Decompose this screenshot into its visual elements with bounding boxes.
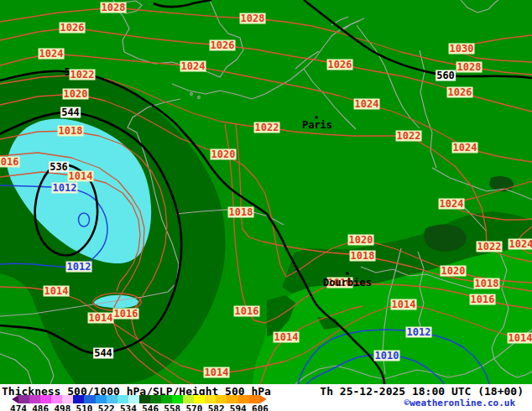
scale-cell bbox=[12, 395, 18, 403]
thickness-cold-patch bbox=[424, 225, 466, 252]
scale-cell bbox=[40, 395, 51, 403]
pressure-label-low: 1012 bbox=[52, 183, 78, 194]
pressure-label-low: 1012 bbox=[66, 262, 92, 273]
pressure-label: 1014 bbox=[391, 299, 417, 310]
scale-cell bbox=[172, 395, 183, 403]
credit-link[interactable]: ©weatheronline.co.uk bbox=[404, 398, 515, 408]
pressure-label: 1024 bbox=[180, 61, 206, 72]
pressure-label: 1020 bbox=[63, 89, 89, 100]
pressure-label: 1026 bbox=[447, 87, 473, 98]
scale-value: 510 bbox=[76, 403, 93, 411]
pressure-label: 1016 bbox=[470, 294, 496, 305]
pressure-label: 1028 bbox=[456, 62, 482, 73]
pressure-label: 1022 bbox=[254, 122, 280, 133]
height-label: 560 bbox=[436, 70, 456, 81]
scale-value: 594 bbox=[230, 403, 247, 411]
pressure-label: 1018 bbox=[228, 207, 254, 218]
scale-value: 498 bbox=[54, 403, 70, 411]
scale-cell bbox=[62, 395, 73, 403]
scale-value: 546 bbox=[142, 403, 159, 411]
map-graphics bbox=[0, 0, 532, 384]
pressure-label: 1016 bbox=[113, 309, 139, 320]
scale-value: 534 bbox=[120, 403, 137, 411]
pressure-label: 1026 bbox=[327, 60, 353, 70]
pressure-label: 1020 bbox=[211, 149, 237, 160]
scale-cell bbox=[161, 395, 172, 403]
pressure-label: 1018 bbox=[474, 278, 500, 289]
scale-cell bbox=[84, 395, 95, 403]
weather-map: 5102810281030102610261026102810241024102… bbox=[0, 0, 532, 384]
pressure-label: 1014 bbox=[88, 313, 114, 324]
pressure-label: 1014 bbox=[508, 333, 532, 344]
scale-cell bbox=[128, 395, 139, 403]
scale-cell bbox=[117, 395, 128, 403]
footer-bar: Thickness 500/1000 hPa/SLP/Height 500 hP… bbox=[0, 384, 532, 411]
pressure-label: 1014 bbox=[44, 286, 70, 297]
scale-cell bbox=[249, 395, 260, 403]
scale-value: 570 bbox=[186, 403, 203, 411]
pressure-label: 1024 bbox=[439, 199, 465, 210]
pressure-label: 1028 bbox=[101, 3, 127, 13]
weather-map-page: 5102810281030102610261026102810241024102… bbox=[0, 0, 532, 411]
pressure-label: 1016 bbox=[0, 157, 19, 168]
city-label: Paris bbox=[302, 119, 332, 131]
pressure-label: 1016 bbox=[234, 306, 260, 317]
height-label: 536 bbox=[49, 162, 69, 173]
city-marker-dot bbox=[347, 273, 349, 275]
height-label: 544 bbox=[93, 348, 113, 359]
map-datetime: Th 25-12-2025 18:00 UTC (18+00) bbox=[320, 385, 524, 398]
thickness-scale bbox=[12, 395, 267, 403]
scale-cell bbox=[107, 395, 117, 403]
pressure-label-low: 1012 bbox=[406, 327, 432, 338]
scale-cell bbox=[96, 395, 107, 403]
pressure-label: 1022 bbox=[396, 131, 422, 142]
pressure-label: 1022 bbox=[70, 70, 96, 81]
scale-cell bbox=[139, 395, 150, 403]
pressure-label: 1024 bbox=[452, 143, 478, 153]
scale-value: 582 bbox=[208, 403, 225, 411]
scale-value: 558 bbox=[164, 403, 180, 411]
scale-cell bbox=[150, 395, 161, 403]
scale-cell bbox=[18, 395, 29, 403]
scale-cell bbox=[238, 395, 249, 403]
pressure-label: 1014 bbox=[274, 332, 300, 343]
pressure-label: 1030 bbox=[449, 44, 475, 55]
pressure-label: 1022 bbox=[477, 242, 503, 252]
pressure-label-low: 1010 bbox=[374, 351, 400, 362]
pressure-label: 1014 bbox=[68, 171, 94, 182]
scale-cell bbox=[205, 395, 216, 403]
scale-cell bbox=[29, 395, 40, 403]
height-label: 544 bbox=[60, 107, 81, 118]
scale-cell bbox=[216, 395, 227, 403]
pressure-label: 1026 bbox=[60, 23, 86, 34]
scale-cell bbox=[73, 395, 84, 403]
pressure-label: 1028 bbox=[240, 13, 266, 24]
scale-value: 522 bbox=[98, 403, 115, 411]
pressure-label: 1020 bbox=[348, 235, 374, 246]
scale-cell bbox=[51, 395, 62, 403]
scale-cell bbox=[194, 395, 205, 403]
pressure-label: 1024 bbox=[39, 49, 65, 60]
pressure-label: 1018 bbox=[350, 251, 376, 262]
scale-value: 606 bbox=[252, 403, 269, 411]
scale-cell bbox=[260, 395, 267, 403]
pressure-label: 1024 bbox=[354, 99, 380, 110]
scale-cell bbox=[183, 395, 194, 403]
scale-cell bbox=[227, 395, 237, 403]
scale-value: 486 bbox=[32, 403, 49, 411]
pressure-label: 1020 bbox=[441, 266, 467, 277]
pressure-label: 1014 bbox=[204, 367, 230, 378]
pressure-label: 1024 bbox=[509, 239, 532, 250]
scale-value: 474 bbox=[10, 403, 27, 411]
pressure-label: 1026 bbox=[210, 40, 236, 51]
pressure-label: 1018 bbox=[58, 126, 84, 137]
city-label: Dourbies bbox=[323, 277, 372, 289]
